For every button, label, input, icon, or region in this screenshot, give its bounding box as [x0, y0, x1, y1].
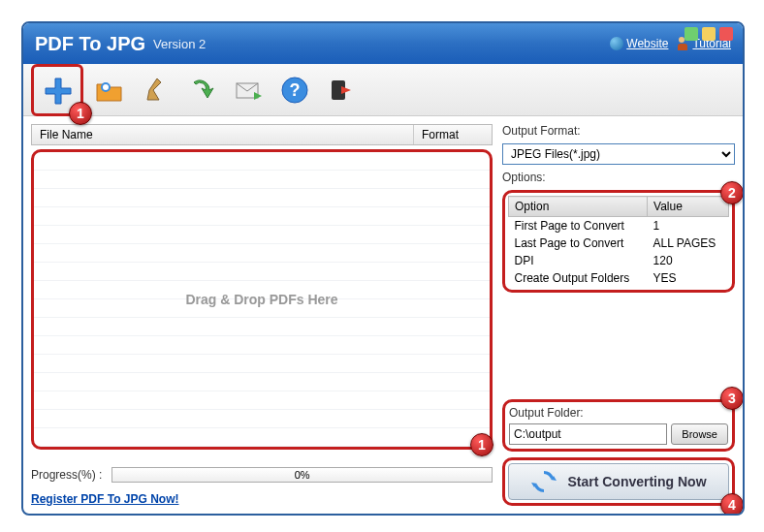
refresh-icon — [530, 468, 557, 495]
file-list-header: File Name Format — [31, 124, 493, 145]
exit-button[interactable] — [320, 69, 363, 111]
output-folder-input[interactable] — [509, 423, 667, 445]
options-label: Options: — [502, 171, 735, 184]
globe-icon — [610, 37, 623, 50]
add-folder-button[interactable] — [87, 69, 130, 111]
mail-icon — [233, 75, 264, 106]
browse-button[interactable]: Browse — [671, 423, 728, 445]
output-folder-panel: Output Folder: Browse 3 — [502, 399, 735, 452]
plus-icon — [42, 75, 73, 106]
output-format-label: Output Format: — [502, 124, 735, 138]
left-panel: File Name Format Drag & Drop PDFs Here 1… — [31, 124, 493, 506]
badge-3: 3 — [720, 387, 744, 410]
file-drop-area[interactable]: Drag & Drop PDFs Here 1 — [31, 149, 493, 450]
website-link[interactable]: Website — [610, 37, 668, 50]
help-icon: ? — [279, 75, 310, 106]
person-icon — [676, 37, 689, 50]
toolbar: 1 ? — [23, 64, 743, 116]
email-button[interactable] — [227, 69, 270, 111]
exit-icon — [326, 75, 357, 106]
start-convert-button[interactable]: Start Converting Now — [508, 463, 729, 500]
table-row: Last Page to ConvertALL PAGES — [509, 235, 729, 252]
refresh-button[interactable] — [180, 69, 223, 111]
maximize-button[interactable] — [702, 27, 716, 41]
svg-text:?: ? — [290, 80, 301, 100]
app-window: PDF To JPG Version 2 Website Tutorial 1 — [21, 21, 745, 516]
title-bar: PDF To JPG Version 2 Website Tutorial — [23, 23, 743, 64]
output-folder-label: Output Folder: — [509, 406, 728, 420]
close-button[interactable] — [719, 27, 733, 41]
options-panel: Option Value First Page to Convert1 Last… — [502, 190, 735, 293]
col-value: Value — [648, 197, 729, 217]
register-link[interactable]: Register PDF To JPG Now! — [31, 492, 493, 506]
folder-search-icon — [93, 75, 124, 106]
app-title: PDF To JPG — [35, 33, 145, 55]
col-option: Option — [509, 197, 648, 217]
table-row: Create Output FoldersYES — [509, 269, 729, 287]
col-format[interactable]: Format — [414, 125, 492, 144]
options-table[interactable]: Option Value First Page to Convert1 Last… — [508, 196, 729, 287]
svg-point-0 — [102, 83, 110, 91]
output-format-select[interactable]: JPEG Files(*.jpg) — [502, 143, 735, 165]
app-version: Version 2 — [153, 37, 206, 51]
window-controls — [684, 27, 733, 41]
convert-panel: Start Converting Now 4 — [502, 457, 735, 506]
table-row: First Page to Convert1 — [509, 217, 729, 235]
badge-1: 1 — [69, 102, 92, 125]
progress-label: Progress(%) : — [31, 468, 102, 482]
arrow-down-icon — [186, 75, 217, 106]
clear-list-button[interactable] — [134, 69, 176, 111]
convert-label: Start Converting Now — [567, 474, 706, 489]
drop-hint: Drag & Drop PDFs Here — [185, 292, 337, 307]
badge-2: 2 — [720, 181, 744, 204]
table-row: DPI120 — [509, 252, 729, 269]
progress-value: 0% — [295, 469, 310, 481]
col-filename[interactable]: File Name — [32, 125, 414, 144]
progress-row: Progress(%) : 0% — [31, 467, 493, 483]
badge-4: 4 — [720, 493, 744, 516]
help-button[interactable]: ? — [273, 69, 316, 111]
broom-icon — [140, 75, 171, 106]
badge-1b: 1 — [470, 433, 493, 456]
right-panel: Output Format: JPEG Files(*.jpg) Options… — [502, 124, 735, 506]
website-label: Website — [626, 37, 668, 50]
progress-bar: 0% — [111, 467, 493, 483]
